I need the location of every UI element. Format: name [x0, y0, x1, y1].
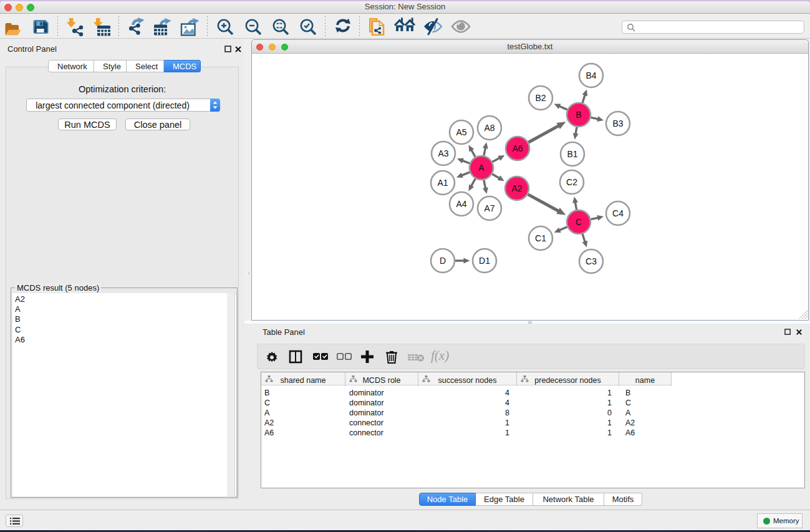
svg-text:D1: D1 — [479, 256, 490, 266]
svg-text:C2: C2 — [566, 177, 577, 187]
svg-text:B3: B3 — [612, 118, 623, 128]
svg-text:C4: C4 — [612, 208, 624, 218]
svg-text:A: A — [478, 163, 485, 173]
svg-text:A1: A1 — [437, 178, 448, 188]
svg-text:C3: C3 — [586, 256, 597, 266]
svg-text:B1: B1 — [567, 149, 577, 159]
svg-text:C1: C1 — [535, 233, 546, 243]
svg-text:D: D — [440, 256, 446, 266]
svg-text:A4: A4 — [456, 199, 466, 209]
svg-text:B4: B4 — [586, 70, 596, 80]
svg-text:A8: A8 — [484, 123, 494, 133]
svg-text:A6: A6 — [512, 143, 523, 153]
svg-text:A3: A3 — [438, 148, 448, 158]
svg-text:B: B — [576, 110, 581, 120]
svg-text:C: C — [576, 217, 582, 227]
svg-text:A7: A7 — [484, 203, 494, 213]
svg-text:A2: A2 — [511, 183, 522, 193]
svg-text:B2: B2 — [535, 93, 546, 103]
svg-text:A5: A5 — [456, 127, 466, 137]
